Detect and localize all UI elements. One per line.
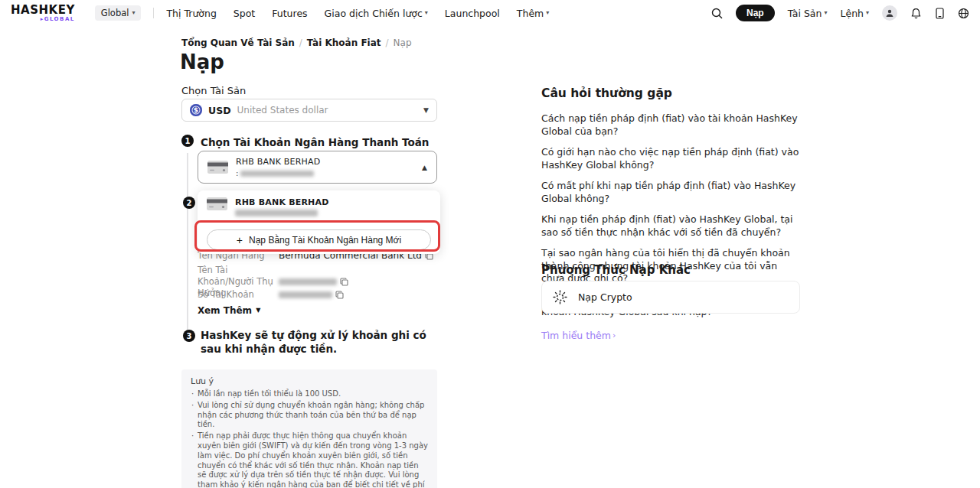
redacted-account-number [279, 291, 332, 298]
nav-futures[interactable]: Futures [272, 8, 307, 19]
notes-title: Lưu ý [191, 376, 428, 386]
step-timeline-line [187, 153, 188, 330]
note-item: Mỗi lần nạp tiền tối thiểu là 100 USD. [191, 389, 428, 399]
nav-markets[interactable]: Thị Trường [166, 8, 216, 19]
chevron-down-icon: ▼ [423, 106, 429, 114]
show-more-toggle[interactable]: Xem Thêm ▼ [198, 305, 260, 316]
hashkey-logo[interactable]: HASHKEY ▸GLOBAL [11, 5, 75, 22]
crypto-deposit-card[interactable]: Nạp Crypto [541, 281, 800, 314]
asset-select-label: Chọn Tài Sản [181, 85, 246, 96]
faq-learn-more-link[interactable]: Tìm hiểu thêm › [541, 330, 616, 341]
mobile-app-icon[interactable] [935, 8, 945, 19]
header-right-cluster: Nạp Tài Sản ▾ Lệnh ▾ [711, 5, 969, 21]
redacted-account-number [235, 210, 318, 216]
account-prefix: : [236, 169, 238, 177]
nav-launchpool[interactable]: Launchpool [445, 8, 500, 19]
bank-account-select[interactable]: RHB BANK BERHAD : ▲ [198, 151, 437, 184]
breadcrumb: Tổng Quan Về Tài Sản / Tài Khoản Fiat / … [181, 37, 412, 48]
page-title: Nạp [180, 50, 224, 73]
logo-global-text: ▸GLOBAL [41, 17, 75, 22]
step-1-badge: 1 [181, 135, 194, 147]
nav-spot[interactable]: Spot [234, 8, 255, 19]
top-navbar: HASHKEY ▸GLOBAL Global ▾ Thị Trường Spot… [0, 0, 980, 26]
crypto-deposit-label: Nạp Crypto [578, 291, 632, 303]
breadcrumb-fiat-account[interactable]: Tài Khoản Fiat [307, 37, 381, 48]
logo-text: HASHKEY [11, 5, 75, 16]
search-icon[interactable] [711, 8, 723, 19]
step-3-badge: 3 [183, 330, 195, 342]
faq-question[interactable]: Khi nạp tiền pháp định (fiat) vào HashKe… [541, 213, 800, 239]
faq-question[interactable]: Có mất phí khi nạp tiền pháp định (fiat)… [541, 180, 800, 205]
faq-question[interactable]: Có giới hạn nào cho việc nạp tiền pháp đ… [541, 146, 800, 171]
note-item: Vui lòng chỉ sử dụng chuyển khoản ngân h… [191, 401, 428, 430]
breadcrumb-current: Nạp [394, 37, 412, 48]
deposit-button[interactable]: Nạp [736, 5, 775, 21]
chevron-right-icon: › [612, 330, 616, 340]
step-2-badge: 2 [183, 197, 195, 209]
notification-bell-icon[interactable] [910, 8, 922, 19]
bank-card-icon [207, 161, 228, 174]
redacted-account-number [240, 171, 314, 177]
chevron-down-icon: ▾ [824, 10, 827, 16]
asset-select-dropdown[interactable]: $ USD United States dollar ▼ [181, 99, 437, 122]
chevron-down-icon: ▾ [546, 10, 549, 16]
asset-full-name: United States dollar [237, 105, 328, 115]
notes-list: Mỗi lần nạp tiền tối thiểu là 100 USD. V… [191, 389, 428, 488]
chevron-down-icon: ▾ [132, 10, 135, 16]
region-label: Global [101, 8, 129, 18]
faq-question[interactable]: Cách nạp tiền pháp định (fiat) vào tài k… [541, 112, 800, 138]
step-1-title: Chọn Tài Khoản Ngân Hàng Thanh Toán [201, 135, 430, 149]
crypto-deposit-icon [553, 290, 567, 304]
copy-icon[interactable] [340, 278, 348, 286]
language-globe-icon[interactable] [958, 8, 969, 19]
user-avatar[interactable] [882, 5, 897, 21]
selected-bank-name: RHB BANK BERHAD [236, 157, 320, 167]
account-number-label: Số Tài Khoản [198, 289, 279, 301]
copy-icon[interactable] [335, 291, 344, 299]
breadcrumb-separator: / [386, 37, 389, 48]
redacted-beneficiary [279, 278, 337, 285]
chevron-down-icon: ▾ [425, 10, 428, 16]
orders-menu[interactable]: Lệnh ▾ [840, 8, 869, 19]
nav-strategy-trading[interactable]: Giao dịch Chiến lược ▾ [325, 8, 428, 19]
nav-more[interactable]: Thêm ▾ [517, 8, 549, 19]
bank-dropdown-panel: RHB BANK BERHAD + Nạp Bằng Tài Khoản Ngâ… [198, 190, 440, 254]
bank-card-icon [207, 197, 227, 210]
deposit-page: HASHKEY ▸GLOBAL Global ▾ Thị Trường Spot… [0, 0, 980, 488]
plus-icon: + [237, 234, 243, 246]
main-nav: Thị Trường Spot Futures Giao dịch Chiến … [166, 8, 549, 19]
step-3-title: HashKey sẽ tự động xử lý khoản ghi có sa… [201, 328, 427, 356]
faq-title: Câu hỏi thường gặp [541, 86, 800, 100]
other-methods-title: Phương Thức Nạp Khác [541, 263, 691, 277]
breadcrumb-separator: / [299, 37, 302, 48]
add-new-bank-button[interactable]: + Nạp Bằng Tài Khoản Ngân Hàng Mới [207, 229, 431, 250]
region-selector[interactable]: Global ▾ [95, 5, 142, 21]
breadcrumb-asset-overview[interactable]: Tổng Quan Về Tài Sản [181, 37, 295, 48]
chevron-down-icon: ▼ [256, 307, 260, 314]
option-bank-name: RHB BANK BERHAD [235, 197, 329, 207]
note-item: Tiền nạp phải được thực hiện thông qua c… [191, 431, 428, 488]
assets-menu[interactable]: Tài Sản ▾ [788, 8, 828, 19]
chevron-down-icon: ▾ [866, 10, 869, 16]
header-divider [153, 8, 154, 18]
usd-coin-icon: $ [190, 104, 202, 116]
chevron-up-icon: ▲ [422, 164, 427, 171]
deposit-notes-box: Lưu ý Mỗi lần nạp tiền tối thiểu là 100 … [181, 369, 437, 488]
asset-symbol: USD [208, 105, 231, 116]
account-number-row: Số Tài Khoản [198, 289, 437, 301]
bank-dropdown-option[interactable]: RHB BANK BERHAD [198, 190, 440, 216]
